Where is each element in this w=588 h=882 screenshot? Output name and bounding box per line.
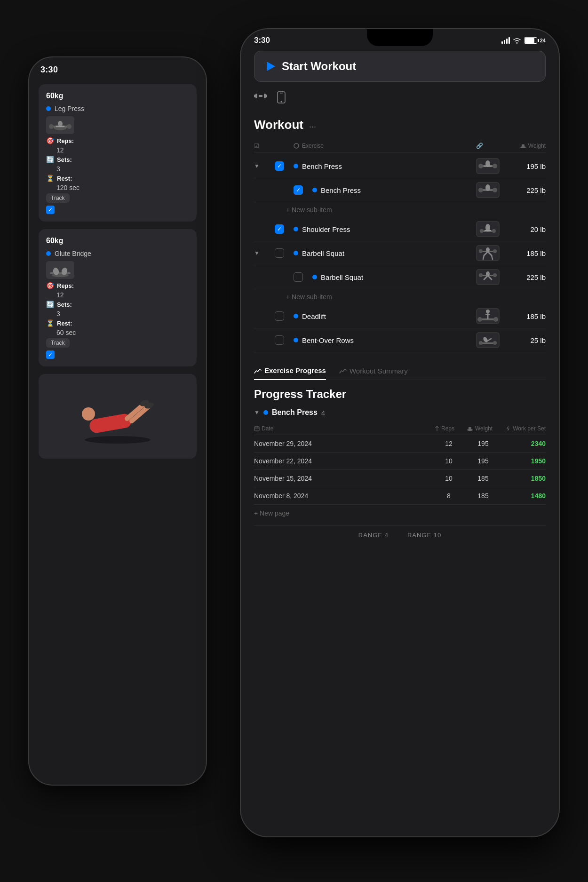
battery-icon: [524, 37, 537, 44]
svg-rect-22: [506, 39, 508, 44]
bg-weight-1: 60kg: [46, 92, 189, 100]
bg-checkbox-1: ✓: [46, 206, 55, 214]
progress-row: November 8, 2024 8 185 1480: [254, 487, 546, 505]
start-workout-button[interactable]: Start Workout: [254, 51, 546, 82]
phone-content: Start Workout: [241, 47, 559, 831]
fg-time: 3:30: [254, 36, 270, 45]
exercise-thumb: [476, 332, 500, 348]
bg-card-1: 60kg Leg Press: [39, 84, 197, 222]
tab-label: Exercise Progress: [264, 366, 326, 374]
svg-rect-26: [254, 95, 255, 97]
bg-checkbox-2: ✓: [46, 350, 55, 359]
table-row: ✓ Bench Press: [254, 178, 546, 202]
weight-icon: [520, 143, 526, 148]
exercise-name: Bench Press: [302, 162, 342, 170]
bg-card-2: 60kg Glute Bridge 🎯 Reps:: [39, 229, 197, 366]
progress-exercise-header: ▼ Bench Press 4: [254, 408, 546, 417]
progress-tracker-section: Progress Tracker ▼ Bench Press 4: [254, 388, 546, 544]
svg-point-38: [493, 164, 497, 168]
svg-rect-9: [50, 272, 71, 274]
exercise-name: Barbell Squat: [302, 249, 344, 257]
svg-point-4: [67, 124, 72, 129]
exercise-thumb: [476, 245, 500, 261]
svg-point-43: [478, 188, 483, 192]
svg-point-5: [58, 121, 63, 127]
exercise-name: Deadlift: [302, 312, 326, 320]
pth-weight: Weight: [467, 425, 500, 432]
progress-dot-icon: [263, 410, 268, 415]
checkbox-bench-press-sub[interactable]: ✓: [294, 185, 303, 195]
new-sub-item-squat[interactable]: + New sub-item: [254, 289, 546, 304]
bg-bottom-image: [39, 374, 197, 459]
svg-point-63: [479, 273, 483, 277]
exercise-dot-icon: [294, 227, 298, 231]
svg-rect-30: [280, 93, 283, 94]
more-options[interactable]: ...: [309, 120, 316, 130]
toolbar: [254, 89, 546, 108]
svg-point-55: [493, 249, 497, 253]
new-page-button[interactable]: + New page: [254, 505, 546, 522]
range-4: RANGE 4: [358, 532, 389, 539]
table-row: ✓ Shoulder Press: [254, 217, 546, 241]
svg-point-78: [493, 341, 497, 345]
checkbox-barbell-squat[interactable]: [275, 248, 284, 258]
exercise-circle-icon: [294, 143, 299, 149]
progress-table-header: Date Reps Weight: [254, 422, 546, 435]
new-sub-item-bench[interactable]: + New sub-item: [254, 202, 546, 217]
dumbbell-icon[interactable]: [254, 91, 267, 106]
checkbox-bent-over-rows[interactable]: [275, 335, 284, 345]
exercise-dot-icon: [312, 188, 317, 192]
track-btn-1[interactable]: Track: [46, 193, 70, 203]
summary-icon: [339, 367, 347, 374]
svg-point-15: [82, 407, 95, 421]
table-header: ☑ Exercise 🔗 Weight: [254, 140, 546, 152]
th-link: 🔗: [476, 143, 504, 149]
exercise-dot-icon: [294, 314, 298, 318]
checkbox-shoulder-press[interactable]: ✓: [275, 224, 284, 234]
phone-foreground: 3:30 24: [240, 28, 560, 837]
bg-exercise-name-2: Glute Bridge: [55, 250, 91, 257]
dot-icon-1: [46, 106, 51, 111]
svg-rect-21: [504, 40, 505, 44]
progress-tracker-title: Progress Tracker: [254, 388, 546, 401]
checkbox-deadlift[interactable]: [275, 311, 284, 321]
exercise-dot-icon: [294, 164, 298, 168]
pth-work: Work per Set: [503, 425, 546, 432]
chevron-progress[interactable]: ▼: [254, 409, 260, 416]
progress-count: 4: [321, 409, 325, 417]
track-btn-2[interactable]: Track: [46, 338, 70, 348]
pth-reps: Reps: [435, 425, 463, 432]
table-row: Barbell Squat 225 lb: [254, 265, 546, 289]
exercise-thumb: [476, 158, 500, 174]
exercise-dot-icon: [312, 275, 317, 279]
svg-point-37: [478, 164, 483, 168]
progress-row: November 15, 2024 10 185 1850: [254, 470, 546, 487]
weight-value: 185 lb: [508, 249, 546, 257]
chevron-icon[interactable]: ▼: [254, 163, 271, 169]
bg-status-bar: 3:30: [29, 57, 206, 79]
th-exercise: Exercise: [294, 143, 472, 149]
th-checkbox: ☑: [254, 143, 271, 149]
exercise-name: Barbell Squat: [321, 273, 363, 281]
svg-rect-81: [254, 427, 259, 431]
tab-exercise-progress[interactable]: Exercise Progress: [254, 362, 326, 380]
weight-table-icon: [467, 426, 473, 431]
start-workout-label: Start Workout: [282, 60, 356, 73]
bg-thumb-2: [46, 261, 74, 279]
phone-background: 3:30 60kg Leg Press: [28, 56, 207, 786]
svg-rect-27: [264, 94, 266, 98]
wifi-icon: [513, 37, 521, 44]
svg-rect-23: [509, 37, 510, 44]
bg-exercise-name-1: Leg Press: [55, 105, 84, 112]
checkbox-bench-press[interactable]: ✓: [275, 161, 284, 171]
exercise-name: Bench Press: [321, 186, 361, 194]
weight-value: 25 lb: [508, 336, 546, 344]
battery-number: 24: [540, 38, 546, 43]
checkbox-barbell-squat-sub[interactable]: [294, 272, 303, 282]
device-icon[interactable]: [277, 91, 286, 106]
dot-icon-2: [46, 251, 51, 256]
tab-workout-summary[interactable]: Workout Summary: [339, 362, 408, 380]
svg-point-3: [49, 124, 54, 129]
weight-value: 195 lb: [508, 162, 546, 170]
chevron-icon[interactable]: ▼: [254, 250, 271, 256]
